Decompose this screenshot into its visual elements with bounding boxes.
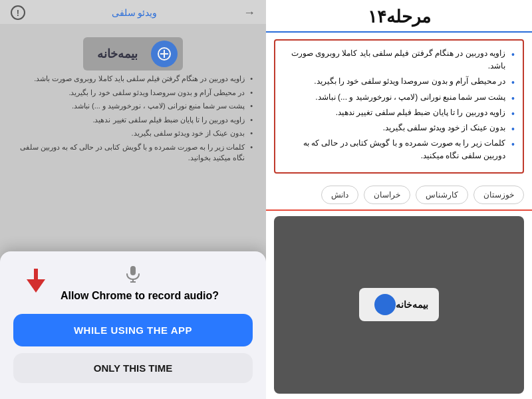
dialog-title: Allow Chrome to record audio?	[13, 290, 253, 302]
content-list-item: زاویه دوربین را تا پایان ضبط فیلم سلفی ت…	[283, 106, 515, 119]
microphone-icon	[124, 265, 142, 283]
content-list-item: در محیطی آرام و بدون سروصدا ویدئو سلفی خ…	[283, 75, 515, 88]
logo-area: بیمه‌خانه	[11, 32, 255, 73]
info-icon: !	[11, 5, 25, 20]
content-list-item: پشت سر شما منبع نورانی (لامپ ، نورخورشید…	[283, 91, 515, 104]
permission-dialog: Allow Chrome to record audio? WHILE USIN…	[0, 251, 266, 399]
bg-list-item: کلمات زیر را به صورت شمرده و با گویش کتا…	[13, 142, 253, 164]
logo-svg-icon	[157, 47, 172, 61]
only-this-time-button[interactable]: ONLY THIS TIME	[13, 353, 253, 383]
content-box: زاویه دوربین در هنگام گرفتن فیلم سلفی با…	[274, 39, 524, 174]
logo-text: بیمه‌خانه	[97, 47, 138, 61]
video-logo-circle-icon	[374, 294, 396, 315]
bg-list-item: بدون عینک از خود ویدئو سلفی بگیرید.	[13, 128, 253, 139]
bg-list-item: زاویه دوربین را تا پایان ضبط فیلم سلفی ت…	[13, 114, 253, 126]
logo-circle-icon	[151, 41, 178, 67]
tags-row: خوزستان کارشناس خراسان دانش	[266, 180, 532, 211]
tag-khuzestan[interactable]: خوزستان	[473, 186, 524, 204]
video-area: بیمه‌خانه	[274, 216, 524, 394]
while-using-button[interactable]: WHILE USING THE APP	[13, 314, 253, 346]
top-bar-arrow: →	[243, 6, 255, 20]
svg-rect-3	[130, 266, 136, 275]
page-title: مرحله۱۴	[277, 7, 521, 27]
left-panel: ! ویدئو سلفی → بیمه‌خانه زاویه دوربین در…	[0, 0, 266, 399]
tag-karshenasi[interactable]: کارشناس	[416, 186, 468, 204]
bg-list: زاویه دوربین در هنگام گرفتن فیلم سلفی با…	[11, 73, 255, 164]
right-header: مرحله۱۴	[266, 0, 532, 33]
logo: بیمه‌خانه	[83, 37, 183, 70]
dialog-arrow	[27, 271, 45, 293]
video-logo: بیمه‌خانه	[359, 288, 439, 321]
tag-khorasan[interactable]: خراسان	[364, 186, 410, 204]
bg-list-item: پشت سر شما منبع نورانی (لامپ ، نورخورشید…	[13, 100, 253, 112]
bg-list-item: زاویه دوربین در هنگام گرفتن فیلم سلفی با…	[13, 73, 253, 84]
bg-list-item: در محیطی آرام و بدون سروصدا ویدئو سلفی خ…	[13, 87, 253, 98]
content-list-item: زاویه دوربین در هنگام گرفتن فیلم سلفی با…	[283, 47, 515, 72]
tag-danesh[interactable]: دانش	[321, 186, 358, 204]
right-panel: مرحله۱۴ زاویه دوربین در هنگام گرفتن فیلم…	[266, 0, 532, 399]
top-bar-title: ویدئو سلفی	[112, 7, 158, 18]
video-logo-text: بیمه‌خانه	[396, 299, 428, 310]
content-list-item: کلمات زیر را به صورت شمرده و با گویش کتا…	[283, 137, 515, 162]
arrow-down	[27, 279, 45, 293]
arrow-shaft	[34, 269, 38, 279]
mic-icon-container	[13, 265, 253, 283]
content-list-item: بدون عینک از خود ویدئو سلفی بگیرید.	[283, 122, 515, 134]
content-list: زاویه دوربین در هنگام گرفتن فیلم سلفی با…	[283, 47, 515, 163]
top-bar: ! ویدئو سلفی →	[0, 0, 266, 24]
